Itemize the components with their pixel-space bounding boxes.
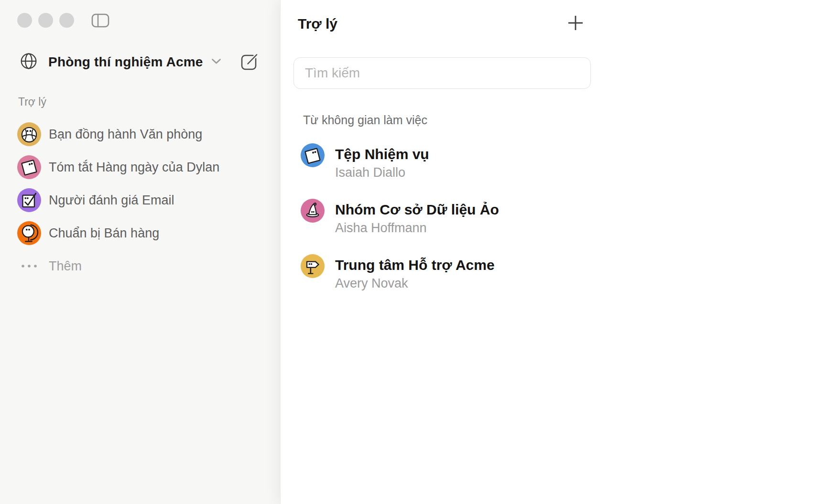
search-input[interactable] xyxy=(293,57,591,89)
ellipsis-icon xyxy=(17,264,41,268)
compose-icon[interactable] xyxy=(240,52,260,71)
add-assistant-button[interactable] xyxy=(566,14,585,32)
assistant-item[interactable]: Bạn đồng hành Văn phòng xyxy=(17,122,266,146)
sidebar-section-label: Trợ lý xyxy=(18,96,46,108)
sidebar: Phòng thí nghiệm Acme Trợ lý xyxy=(0,0,280,504)
desk-globe-face-icon xyxy=(17,221,41,245)
workspace-assistant-list: Tệp Nhiệm vụ Isaiah Diallo Nhóm Cơ sở Dữ… xyxy=(301,143,587,310)
window-close-button[interactable] xyxy=(17,13,32,28)
workspace-title: Phòng thí nghiệm Acme xyxy=(48,54,203,70)
window-minimize-button[interactable] xyxy=(38,13,53,28)
sidebar-toggle-icon[interactable] xyxy=(91,13,109,28)
more-assistants-button[interactable]: Thêm xyxy=(17,254,266,278)
checkmark-note-icon xyxy=(17,188,41,212)
assistants-panel: Trợ lý Từ không gian làm việc Tệp Nhiệm … xyxy=(280,0,602,504)
window-controls xyxy=(17,13,74,28)
assistant-item-label: Bạn đồng hành Văn phòng xyxy=(49,127,202,142)
sidebar-more-container: Thêm xyxy=(17,254,266,278)
tilted-note-face-icon xyxy=(301,143,325,167)
assistant-item-label: Người đánh giá Email xyxy=(49,193,174,208)
panel-section-label: Từ không gian làm việc xyxy=(303,113,427,127)
assistant-item-label: Chuẩn bị Bán hàng xyxy=(49,226,159,241)
assistant-item[interactable]: Tóm tắt Hàng ngày của Dylan xyxy=(17,155,266,179)
assistant-item-label: Tóm tắt Hàng ngày của Dylan xyxy=(49,160,219,175)
workspace-assistant-author: Aisha Hoffmann xyxy=(335,219,499,237)
globe-icon xyxy=(20,53,37,72)
assistant-item[interactable]: Chuẩn bị Bán hàng xyxy=(17,221,266,245)
workspace-assistant-text: Nhóm Cơ sở Dữ liệu Ảo Aisha Hoffmann xyxy=(335,199,499,237)
basketball-face-icon xyxy=(17,122,41,146)
workspace-assistant-text: Tệp Nhiệm vụ Isaiah Diallo xyxy=(335,143,429,182)
workspace-assistant-author: Isaiah Diallo xyxy=(335,164,429,182)
workspace-assistant-item[interactable]: Tệp Nhiệm vụ Isaiah Diallo xyxy=(301,143,587,184)
main-content-area xyxy=(602,0,826,504)
workspace-assistant-title: Tệp Nhiệm vụ xyxy=(335,145,429,164)
witch-hat-icon xyxy=(301,199,325,223)
assistant-list: Bạn đồng hành Văn phòng Tóm tắt Hàng ngà… xyxy=(17,122,266,254)
tilted-note-face-icon xyxy=(17,155,41,179)
chevron-down-icon xyxy=(211,58,221,66)
assistant-item[interactable]: Người đánh giá Email xyxy=(17,188,266,212)
app-window: Phòng thí nghiệm Acme Trợ lý xyxy=(0,0,826,504)
workspace-switcher[interactable]: Phòng thí nghiệm Acme xyxy=(20,49,221,75)
workspace-assistant-title: Trung tâm Hỗ trợ Acme xyxy=(335,256,495,275)
more-label: Thêm xyxy=(49,259,82,274)
workspace-assistant-item[interactable]: Trung tâm Hỗ trợ Acme Avery Novak xyxy=(301,254,587,295)
window-zoom-button[interactable] xyxy=(59,13,74,28)
workspace-assistant-text: Trung tâm Hỗ trợ Acme Avery Novak xyxy=(335,254,495,292)
signpost-icon xyxy=(301,254,325,278)
panel-title: Trợ lý xyxy=(298,16,337,32)
workspace-assistant-author: Avery Novak xyxy=(335,275,495,292)
workspace-assistant-item[interactable]: Nhóm Cơ sở Dữ liệu Ảo Aisha Hoffmann xyxy=(301,199,587,240)
workspace-assistant-title: Nhóm Cơ sở Dữ liệu Ảo xyxy=(335,200,499,219)
